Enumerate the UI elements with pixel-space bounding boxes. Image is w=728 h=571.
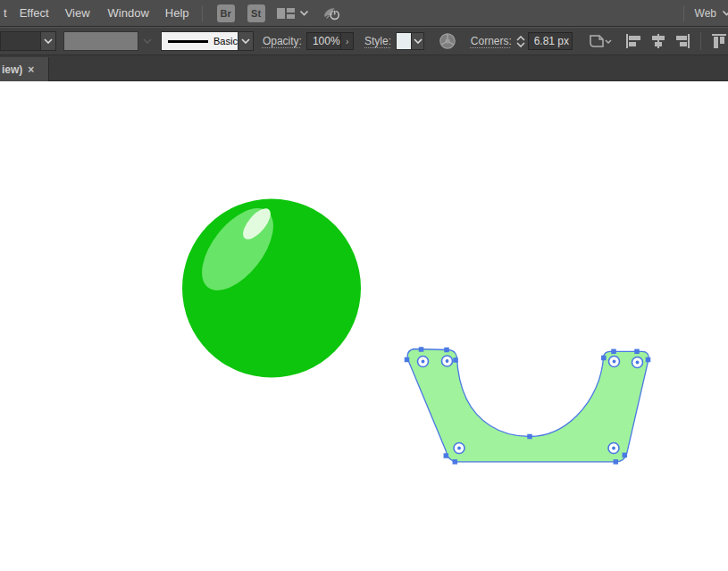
fill-color-chevron-icon[interactable] [41,31,56,51]
menu-item-view[interactable]: View [63,6,92,20]
anchor-point[interactable] [444,348,449,353]
menu-item-help[interactable]: Help [163,6,191,20]
opacity-slider-arrow-icon[interactable]: › [341,32,354,50]
document-tab[interactable]: iew) × [0,57,49,81]
menu-item-effect[interactable]: Effect [18,6,51,20]
shape-properties-icon[interactable] [587,31,614,51]
corner-widget-icon[interactable] [442,356,453,366]
selected-u-shape[interactable] [405,347,651,464]
stroke-weight-chevron-icon[interactable] [143,38,152,44]
document-tab-label: iew) [2,63,22,76]
workspace-switcher[interactable]: Web [695,7,716,20]
workspace-chevron-icon[interactable] [722,10,728,16]
arrange-documents-icon[interactable] [276,4,296,23]
menu-item-partial[interactable]: t [2,6,9,20]
align-top-icon[interactable] [710,31,728,51]
stock-button[interactable]: St [247,4,265,22]
tab-close-icon[interactable]: × [28,63,34,76]
anchor-point[interactable] [453,459,458,465]
menu-item-window[interactable]: Window [106,6,151,20]
style-label[interactable]: Style: [364,35,391,47]
corners-label[interactable]: Corners: [471,35,512,47]
stepper-up-icon [516,36,525,41]
stroke-weight-swatch[interactable] [63,31,138,51]
anchor-point[interactable] [601,356,607,361]
brush-chevron-icon[interactable] [238,31,254,51]
anchor-point[interactable] [623,453,628,458]
gpu-performance-icon[interactable] [322,4,341,23]
brush-name: Basic [213,36,238,46]
style-swatch[interactable] [396,32,412,50]
opacity-input[interactable]: 100% [306,32,342,50]
menubar-separator-right [683,5,684,21]
menu-bar: t Effect View Window Help Br St Web [0,0,728,27]
green-ball-shape[interactable] [182,196,361,377]
document-tab-bar: iew) × [0,55,728,81]
anchor-point[interactable] [453,357,458,363]
control-bar: Basic Opacity: 100% › Style: Corners: [0,27,728,55]
corners-stepper[interactable] [516,32,526,50]
corners-input[interactable]: 6.81 px [528,32,573,50]
fill-color-dropdown[interactable] [0,31,56,51]
stepper-down-icon [516,42,525,47]
artboard-canvas[interactable] [0,81,728,571]
menubar-separator [202,5,203,21]
corner-widget-icon[interactable] [454,443,464,454]
anchor-point[interactable] [405,357,410,363]
align-left-icon[interactable] [624,31,642,51]
anchor-point[interactable] [419,347,424,352]
align-right-icon[interactable] [674,31,692,51]
align-center-icon[interactable] [649,31,667,51]
anchor-point[interactable] [611,349,616,355]
anchor-point[interactable] [646,357,651,363]
corner-widget-icon[interactable] [608,443,619,454]
recolor-artwork-icon[interactable] [439,31,456,51]
bridge-button[interactable]: Br [217,4,235,22]
controlbar-separator [700,32,701,50]
opacity-label[interactable]: Opacity: [263,35,302,47]
anchor-point[interactable] [634,349,640,355]
arrange-documents-chevron-icon[interactable] [299,10,309,16]
anchor-point[interactable] [444,453,449,458]
anchor-point[interactable] [614,459,619,465]
artwork-layer [0,81,728,571]
style-chevron-icon[interactable] [412,32,424,50]
brush-stroke-preview [168,40,208,43]
anchor-point[interactable] [527,434,532,440]
corner-widget-icon[interactable] [609,357,620,367]
corner-widget-icon[interactable] [632,357,643,368]
brush-definition-dropdown[interactable]: Basic [161,31,254,51]
corner-widget-icon[interactable] [418,357,429,367]
